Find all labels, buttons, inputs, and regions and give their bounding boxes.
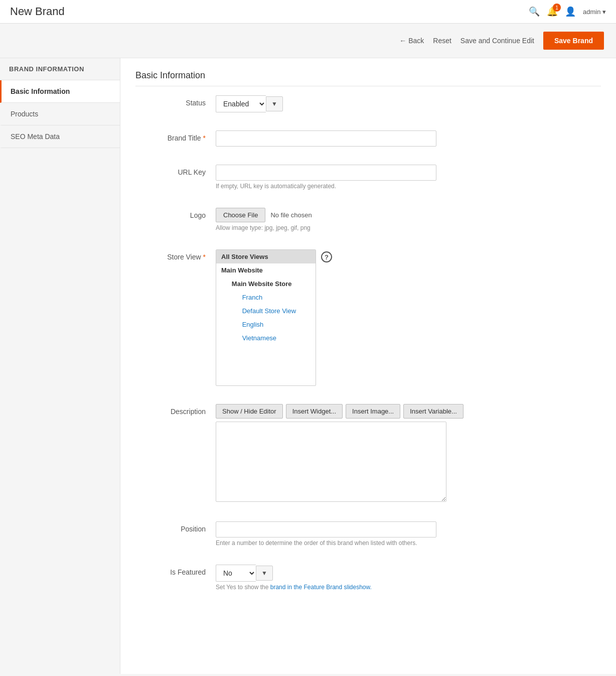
status-select[interactable]: Enabled Disabled — [216, 95, 266, 112]
logo-row: Logo Choose File No file chosen Allow im… — [135, 204, 601, 235]
reset-button[interactable]: Reset — [433, 37, 451, 45]
position-hint: Enter a number to determine the order of… — [216, 539, 601, 547]
store-view-option-main-website: Main Website — [216, 263, 316, 277]
url-key-input[interactable] — [216, 165, 436, 181]
save-brand-button[interactable]: Save Brand — [543, 32, 604, 50]
brand-title-label: Brand Title — [135, 130, 216, 142]
description-textarea[interactable] — [216, 422, 446, 502]
search-icon[interactable]: 🔍 — [529, 6, 540, 17]
store-view-control: All Store Views Main Website Main Websit… — [216, 249, 601, 386]
featured-hint-link[interactable]: brand in the Feature Brand slideshow. — [270, 584, 372, 591]
status-label: Status — [135, 95, 216, 107]
store-view-help-icon[interactable]: ? — [321, 251, 332, 262]
content-area: Basic Information Status Enabled Disable… — [120, 58, 616, 674]
notification-badge: 1 — [553, 4, 561, 12]
header-icons: 🔍 🔔 1 👤 admin ▾ — [529, 6, 606, 17]
file-input-wrap: Choose File No file chosen — [216, 208, 601, 222]
store-view-option-main-website-store: Main Website Store — [216, 277, 316, 291]
save-continue-button[interactable]: Save and Continue Edit — [460, 37, 534, 45]
choose-file-button[interactable]: Choose File — [216, 208, 265, 222]
description-toolbar: Show / Hide Editor Insert Widget... Inse… — [216, 404, 601, 419]
brand-title-input[interactable] — [216, 130, 436, 147]
brand-title-control — [216, 130, 601, 147]
insert-widget-button[interactable]: Insert Widget... — [286, 404, 343, 419]
logo-hint: Allow image type: jpg, jpeg, gif, png — [216, 224, 601, 231]
status-row: Status Enabled Disabled ▼ — [135, 91, 601, 116]
position-control: Enter a number to determine the order of… — [216, 521, 601, 547]
store-view-label: Store View — [135, 249, 216, 261]
brand-title-row: Brand Title — [135, 126, 601, 151]
position-label: Position — [135, 521, 216, 533]
url-key-row: URL Key If empty, URL key is automatical… — [135, 161, 601, 194]
store-view-option-franch: Franch — [216, 291, 316, 304]
is-featured-row: Is Featured No Yes ▼ Set Yes to show the… — [135, 561, 601, 595]
admin-label[interactable]: admin ▾ — [583, 8, 606, 16]
insert-image-button[interactable]: Insert Image... — [346, 404, 400, 419]
url-key-hint: If empty, URL key is automatically gener… — [216, 183, 601, 190]
is-featured-control: No Yes ▼ Set Yes to show the brand in th… — [216, 565, 601, 591]
description-row: Description Show / Hide Editor Insert Wi… — [135, 400, 601, 507]
status-control: Enabled Disabled ▼ — [216, 95, 601, 112]
status-select-wrap: Enabled Disabled ▼ — [216, 95, 601, 112]
user-icon: 👤 — [565, 6, 576, 17]
is-featured-wrap: No Yes ▼ — [216, 565, 601, 582]
position-input[interactable] — [216, 521, 436, 537]
url-key-control: If empty, URL key is automatically gener… — [216, 165, 601, 190]
main-layout: BRAND INFORMATION Basic Information Prod… — [0, 58, 616, 674]
sidebar-item-seo-meta-data[interactable]: SEO Meta Data — [0, 125, 120, 148]
insert-variable-button[interactable]: Insert Variable... — [403, 404, 464, 419]
page-title: New Brand — [10, 5, 65, 18]
is-featured-caret-icon[interactable]: ▼ — [256, 566, 273, 581]
is-featured-hint: Set Yes to show the brand in the Feature… — [216, 584, 601, 591]
sidebar-item-products[interactable]: Products — [0, 103, 120, 125]
logo-label: Logo — [135, 208, 216, 219]
show-hide-editor-button[interactable]: Show / Hide Editor — [216, 404, 283, 419]
store-view-option-all: All Store Views — [216, 250, 316, 263]
notification-icon[interactable]: 🔔 1 — [547, 6, 558, 17]
logo-control: Choose File No file chosen Allow image t… — [216, 208, 601, 231]
url-key-label: URL Key — [135, 165, 216, 176]
store-view-option-default: Default Store View — [216, 304, 316, 318]
is-featured-label: Is Featured — [135, 565, 216, 576]
store-view-select[interactable]: All Store Views Main Website Main Websit… — [216, 249, 316, 386]
sidebar-section-title: BRAND INFORMATION — [0, 58, 120, 80]
store-view-row: Store View All Store Views Main Website … — [135, 245, 601, 390]
is-featured-select[interactable]: No Yes — [216, 565, 256, 582]
action-bar: ← Back Reset Save and Continue Edit Save… — [0, 24, 616, 58]
description-control: Show / Hide Editor Insert Widget... Inse… — [216, 404, 601, 503]
sidebar: BRAND INFORMATION Basic Information Prod… — [0, 58, 120, 674]
back-button[interactable]: ← Back — [399, 37, 424, 45]
page-header: New Brand 🔍 🔔 1 👤 admin ▾ — [0, 0, 616, 24]
section-title: Basic Information — [135, 70, 601, 86]
store-view-option-vietnamese: Vietnamese — [216, 331, 316, 345]
sidebar-item-basic-information[interactable]: Basic Information — [0, 80, 120, 103]
no-file-label: No file chosen — [270, 211, 312, 219]
position-row: Position Enter a number to determine the… — [135, 517, 601, 551]
store-view-option-english: English — [216, 318, 316, 331]
status-caret-icon[interactable]: ▼ — [266, 96, 283, 111]
description-label: Description — [135, 404, 216, 416]
store-view-wrap: All Store Views Main Website Main Websit… — [216, 249, 601, 386]
